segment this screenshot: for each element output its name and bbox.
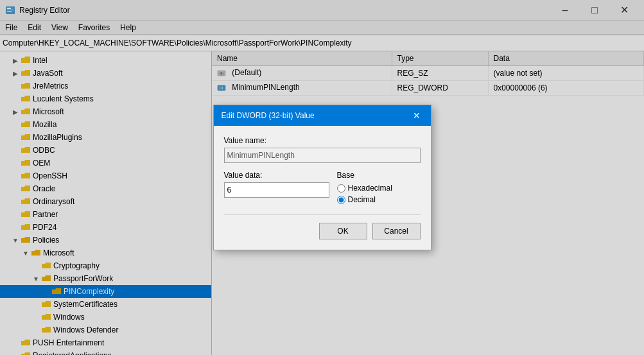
- base-section: Base Hexadecimal Decimal: [337, 171, 421, 204]
- value-data-section: Value data:: [224, 171, 329, 204]
- value-name-input[interactable]: [224, 148, 421, 163]
- base-label: Base: [337, 171, 421, 180]
- dialog-title: Edit DWORD (32-bit) Value: [222, 111, 315, 120]
- radio-dec-input[interactable]: [337, 196, 345, 204]
- radio-hexadecimal[interactable]: Hexadecimal: [337, 184, 421, 193]
- radio-hex-input[interactable]: [337, 184, 345, 193]
- dialog-title-bar: Edit DWORD (32-bit) Value ✕: [214, 105, 431, 126]
- value-name-label: Value name:: [224, 136, 421, 145]
- dialog-buttons: OK Cancel: [224, 214, 421, 239]
- dialog-overlay: Edit DWORD (32-bit) Value ✕ Value name: …: [0, 0, 644, 355]
- ok-button[interactable]: OK: [319, 223, 367, 239]
- radio-hex-label: Hexadecimal: [348, 184, 392, 193]
- edit-dword-dialog: Edit DWORD (32-bit) Value ✕ Value name: …: [213, 105, 431, 250]
- radio-decimal[interactable]: Decimal: [337, 195, 421, 204]
- value-data-label: Value data:: [224, 171, 329, 180]
- dialog-body: Value name: Value data: Base Hexadecimal: [214, 126, 431, 250]
- radio-dec-label: Decimal: [348, 195, 376, 204]
- base-radio-group: Hexadecimal Decimal: [337, 184, 421, 204]
- cancel-button[interactable]: Cancel: [372, 223, 421, 239]
- value-data-input[interactable]: [224, 182, 329, 198]
- dialog-close-button[interactable]: ✕: [410, 109, 423, 122]
- dialog-data-base-row: Value data: Base Hexadecimal Decimal: [224, 171, 421, 204]
